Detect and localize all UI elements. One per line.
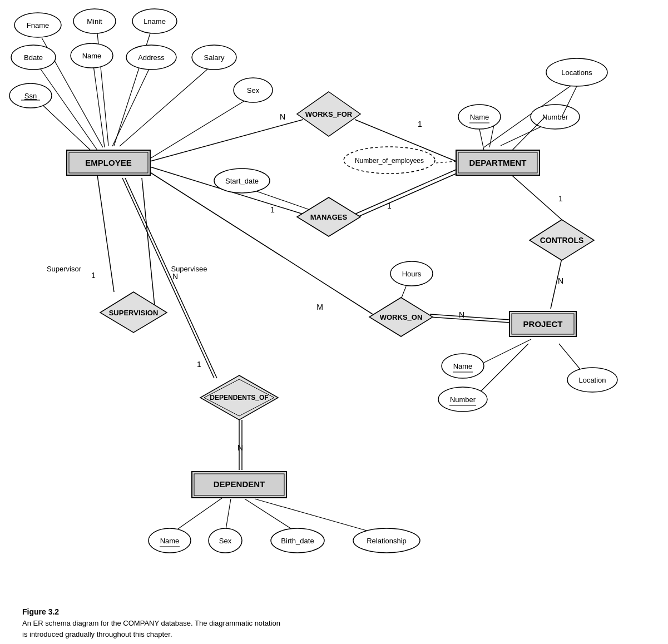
svg-line-8 — [512, 175, 562, 220]
svg-text:Name: Name — [453, 362, 473, 370]
svg-text:Hours: Hours — [402, 270, 422, 278]
svg-line-35 — [225, 499, 231, 533]
svg-line-6 — [430, 314, 509, 320]
svg-text:EMPLOYEE: EMPLOYEE — [85, 158, 131, 167]
svg-line-4 — [358, 172, 459, 217]
svg-text:PROJECT: PROJECT — [523, 319, 563, 329]
svg-text:Location: Location — [578, 376, 606, 384]
svg-line-10 — [97, 175, 114, 292]
svg-line-128 — [479, 129, 484, 150]
svg-line-5 — [150, 172, 373, 314]
svg-text:SUPERVISION: SUPERVISION — [109, 309, 159, 317]
svg-text:Salary: Salary — [204, 53, 225, 62]
svg-line-11 — [142, 178, 155, 306]
svg-text:N: N — [280, 112, 285, 121]
svg-text:Birth_date: Birth_date — [281, 537, 314, 545]
svg-line-12 — [122, 178, 214, 378]
svg-text:WORKS_FOR: WORKS_FOR — [305, 110, 353, 118]
svg-text:Lname: Lname — [144, 17, 166, 26]
svg-text:1: 1 — [197, 360, 201, 369]
svg-line-13 — [125, 178, 217, 378]
svg-text:N: N — [459, 310, 464, 319]
svg-line-31 — [477, 339, 531, 366]
svg-text:M: M — [316, 303, 323, 311]
svg-text:Locations: Locations — [561, 68, 592, 77]
svg-text:DEPENDENT: DEPENDENT — [214, 479, 265, 489]
svg-text:MANAGES: MANAGES — [310, 213, 348, 221]
svg-text:Bdate: Bdate — [24, 53, 43, 62]
svg-text:DEPENDENTS_OF: DEPENDENTS_OF — [210, 394, 268, 402]
svg-line-127 — [512, 117, 545, 151]
svg-text:Ssn: Ssn — [24, 92, 37, 100]
svg-text:Supervisor: Supervisor — [47, 265, 82, 273]
svg-text:Number_of_employees: Number_of_employees — [355, 157, 424, 165]
svg-text:WORKS_ON: WORKS_ON — [380, 313, 423, 321]
svg-text:Sex: Sex — [247, 86, 260, 95]
svg-text:N: N — [558, 276, 563, 285]
svg-text:Name: Name — [160, 537, 180, 545]
svg-text:1: 1 — [387, 201, 392, 210]
svg-text:Minit: Minit — [87, 17, 102, 26]
er-diagram: EMPLOYEE DEPARTMENT PROJECT DEPENDENT WO… — [0, 0, 668, 606]
svg-text:1: 1 — [270, 205, 275, 214]
svg-line-22 — [120, 67, 210, 146]
svg-text:1: 1 — [418, 120, 422, 128]
svg-text:N: N — [237, 443, 243, 452]
svg-text:DEPARTMENT: DEPARTMENT — [469, 158, 526, 167]
svg-text:Number: Number — [542, 113, 568, 121]
svg-text:Address: Address — [138, 53, 165, 62]
svg-line-3 — [355, 170, 456, 214]
figure-description-line1: An ER schema diagram for the COMPANY dat… — [22, 618, 668, 629]
figure-caption: Figure 3.2 An ER schema diagram for the … — [22, 606, 668, 640]
svg-text:1: 1 — [558, 194, 563, 203]
svg-text:CONTROLS: CONTROLS — [540, 236, 584, 245]
svg-text:Fname: Fname — [27, 21, 49, 29]
svg-text:Supervisee: Supervisee — [171, 265, 207, 273]
svg-line-21 — [112, 67, 150, 146]
svg-text:N: N — [172, 272, 178, 281]
svg-text:Number: Number — [450, 395, 476, 404]
svg-line-20 — [93, 66, 105, 147]
svg-text:Start_date: Start_date — [225, 177, 259, 185]
svg-text:Name: Name — [82, 52, 102, 60]
svg-text:Relationship: Relationship — [367, 537, 407, 545]
svg-text:1: 1 — [91, 271, 96, 280]
svg-text:Sex: Sex — [219, 537, 232, 545]
svg-line-36 — [245, 499, 298, 533]
svg-line-23 — [36, 99, 93, 153]
svg-line-19 — [39, 67, 97, 150]
svg-line-0 — [150, 120, 303, 161]
svg-text:Name: Name — [470, 113, 489, 121]
svg-line-37 — [255, 499, 378, 534]
svg-line-34 — [172, 498, 222, 533]
figure-description-line2: is introduced gradually throughout this … — [22, 629, 668, 640]
svg-line-7 — [430, 317, 509, 323]
figure-label: Figure 3.2 — [22, 606, 668, 618]
